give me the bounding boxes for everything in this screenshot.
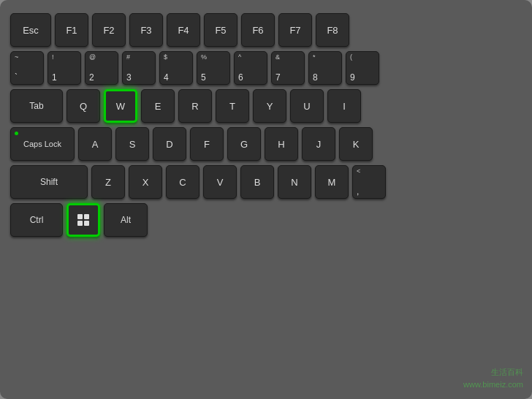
zxcv-row: Shift Z X C V B N M < , bbox=[10, 165, 522, 199]
key-x[interactable]: X bbox=[129, 165, 162, 199]
key-7[interactable]: & 7 bbox=[271, 51, 305, 85]
key-capslock-label: Caps Lock bbox=[23, 140, 61, 148]
key-u[interactable]: U bbox=[290, 89, 324, 123]
qwerty-row: Tab Q W E R T Y U I bbox=[10, 89, 522, 123]
key-f2[interactable]: F2 bbox=[92, 13, 126, 47]
key-q[interactable]: Q bbox=[66, 89, 100, 123]
key-9[interactable]: ( 9 bbox=[346, 51, 379, 85]
fn-row: Esc F1 F2 F3 F4 F5 F6 F7 F8 bbox=[10, 13, 522, 47]
key-j[interactable]: J bbox=[302, 127, 335, 161]
key-r-label: R bbox=[191, 101, 198, 112]
key-f4-label: F4 bbox=[178, 25, 189, 36]
numbers-row: ~ ` ! 1 @ 2 # 3 $ 4 % 5 ^ 6 & 7 bbox=[10, 51, 522, 85]
key-q-label: Q bbox=[80, 101, 87, 112]
key-a-label: A bbox=[92, 139, 99, 150]
key-r[interactable]: R bbox=[178, 89, 212, 123]
key-ctrl-label: Ctrl bbox=[30, 215, 44, 225]
key-capslock[interactable]: Caps Lock bbox=[10, 127, 75, 161]
key-shift-label: Shift bbox=[40, 177, 58, 187]
watermark-line2: www.bimeiz.com bbox=[463, 379, 523, 391]
key-f4[interactable]: F4 bbox=[167, 13, 200, 47]
key-v[interactable]: V bbox=[203, 165, 237, 199]
key-f2-label: F2 bbox=[103, 25, 114, 36]
key-alt-label: Alt bbox=[121, 215, 131, 225]
key-6[interactable]: ^ 6 bbox=[234, 51, 267, 85]
key-a[interactable]: A bbox=[78, 127, 112, 161]
key-s-label: S bbox=[129, 139, 136, 150]
key-w[interactable]: W bbox=[104, 89, 137, 123]
key-c[interactable]: C bbox=[166, 165, 200, 199]
key-f8-label: F8 bbox=[327, 25, 338, 36]
key-j-label: J bbox=[316, 139, 322, 150]
watermark-line1: 生活百科 bbox=[463, 366, 523, 379]
key-tab-label: Tab bbox=[29, 101, 43, 111]
key-4[interactable]: $ 4 bbox=[159, 51, 193, 85]
key-comma[interactable]: < , bbox=[352, 165, 386, 199]
key-m-label: M bbox=[328, 177, 336, 188]
key-f5[interactable]: F5 bbox=[204, 13, 238, 47]
key-win[interactable] bbox=[66, 203, 100, 237]
key-tab[interactable]: Tab bbox=[10, 89, 63, 123]
key-t[interactable]: T bbox=[216, 89, 249, 123]
key-f5-label: F5 bbox=[215, 25, 226, 36]
key-h[interactable]: H bbox=[265, 127, 298, 161]
key-t-label: T bbox=[229, 101, 235, 112]
key-z[interactable]: Z bbox=[91, 165, 125, 199]
key-y[interactable]: Y bbox=[253, 89, 286, 123]
key-g[interactable]: G bbox=[227, 127, 261, 161]
key-k-label: K bbox=[353, 139, 360, 150]
key-3[interactable]: # 3 bbox=[122, 51, 156, 85]
key-m[interactable]: M bbox=[315, 165, 349, 199]
bottom-row: Ctrl Alt bbox=[10, 203, 522, 237]
key-f1[interactable]: F1 bbox=[55, 13, 88, 47]
key-d[interactable]: D bbox=[153, 127, 186, 161]
key-f3-label: F3 bbox=[140, 25, 151, 36]
key-b[interactable]: B bbox=[240, 165, 274, 199]
key-e-label: E bbox=[155, 101, 162, 112]
key-f1-label: F1 bbox=[66, 25, 77, 36]
key-esc[interactable]: Esc bbox=[10, 13, 51, 47]
key-y-label: Y bbox=[267, 101, 273, 112]
capslock-indicator bbox=[15, 132, 18, 135]
key-1[interactable]: ! 1 bbox=[48, 51, 81, 85]
key-f7[interactable]: F7 bbox=[278, 13, 312, 47]
key-k[interactable]: K bbox=[339, 127, 373, 161]
key-h-label: H bbox=[278, 139, 284, 150]
key-ctrl[interactable]: Ctrl bbox=[10, 203, 63, 237]
key-x-label: X bbox=[142, 177, 149, 188]
key-n[interactable]: N bbox=[278, 165, 311, 199]
key-f3[interactable]: F3 bbox=[129, 13, 163, 47]
key-f6[interactable]: F6 bbox=[241, 13, 275, 47]
key-i[interactable]: I bbox=[327, 89, 361, 123]
key-u-label: U bbox=[303, 101, 310, 112]
key-e[interactable]: E bbox=[141, 89, 175, 123]
key-tilde[interactable]: ~ ` bbox=[10, 51, 44, 85]
key-f[interactable]: F bbox=[190, 127, 224, 161]
key-v-label: V bbox=[217, 177, 224, 188]
key-5[interactable]: % 5 bbox=[197, 51, 230, 85]
keyboard: Esc F1 F2 F3 F4 F5 F6 F7 F8 ~ ` ! 1 @ 2 … bbox=[0, 0, 532, 399]
key-f6-label: F6 bbox=[252, 25, 263, 36]
key-s[interactable]: S bbox=[115, 127, 149, 161]
key-g-label: G bbox=[240, 139, 248, 150]
key-f8[interactable]: F8 bbox=[316, 13, 349, 47]
key-c-label: C bbox=[179, 177, 186, 188]
key-b-label: B bbox=[254, 177, 261, 188]
key-esc-label: Esc bbox=[23, 25, 39, 36]
watermark: 生活百科 www.bimeiz.com bbox=[463, 366, 523, 390]
key-8[interactable]: * 8 bbox=[308, 51, 342, 85]
key-shift[interactable]: Shift bbox=[10, 165, 88, 199]
key-i-label: I bbox=[343, 101, 346, 112]
key-w-label: W bbox=[116, 101, 125, 112]
asdf-row: Caps Lock A S D F G H J K bbox=[10, 127, 522, 161]
windows-icon bbox=[77, 214, 89, 226]
key-alt[interactable]: Alt bbox=[104, 203, 148, 237]
key-f-label: F bbox=[204, 139, 210, 150]
key-f7-label: F7 bbox=[289, 25, 300, 36]
key-n-label: N bbox=[291, 177, 297, 188]
key-z-label: Z bbox=[105, 177, 111, 188]
key-2[interactable]: @ 2 bbox=[85, 51, 118, 85]
key-d-label: D bbox=[166, 139, 172, 150]
